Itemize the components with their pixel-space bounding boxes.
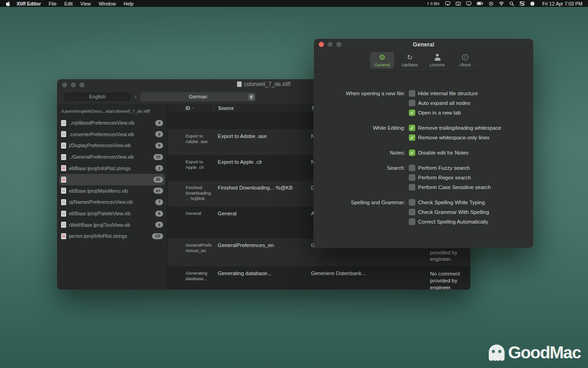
minimize-button[interactable]	[328, 42, 333, 47]
file-document-icon	[61, 177, 66, 183]
sidebar-file-label: oj/NamesPreferencesView.xib	[69, 199, 153, 205]
updown-arrows-icon: ▲▼	[427, 2, 429, 6]
checkbox-option[interactable]: Check Grammar With Spelling	[409, 208, 489, 216]
checkbox-option[interactable]: Perform Fuzzy search	[409, 164, 491, 172]
section-options: Disable edit for Notes	[409, 149, 469, 156]
checkbox-option[interactable]: Check Spelling While Typing	[409, 199, 489, 206]
checkbox[interactable]	[409, 100, 415, 106]
checkbox[interactable]	[409, 184, 415, 190]
menu-help[interactable]: Help	[124, 1, 134, 6]
prefs-tab-updates[interactable]: ↻ Updates	[398, 52, 422, 69]
menu-list: FileEditViewWindowHelp	[49, 1, 134, 6]
sidebar-file-item[interactable]: ell/Base.lproj/PaletteView.xib 6	[57, 208, 167, 219]
checkbox-option[interactable]: Correct Spelling Automatically	[409, 218, 489, 225]
search-icon[interactable]	[509, 1, 514, 6]
gear-icon: ⚙	[379, 53, 385, 61]
goodmac-watermark: GoodMac	[486, 343, 581, 362]
siri-icon[interactable]	[530, 1, 535, 6]
checkbox-label: Correct Spelling Automatically	[418, 219, 488, 224]
cell-id: General	[168, 207, 214, 238]
file-document-icon	[61, 131, 66, 137]
file-document-icon	[61, 199, 66, 205]
checkbox[interactable]	[409, 109, 415, 116]
info-icon: i	[462, 54, 468, 60]
checkbox-option[interactable]: Perform Regex search	[409, 174, 491, 181]
checkbox-option[interactable]: Open in a new tab	[409, 109, 478, 116]
count-badge: 10	[153, 154, 163, 160]
section-options: Hide internal file structure Auto expand…	[409, 90, 478, 116]
checkbox[interactable]	[409, 165, 415, 171]
wifi-icon[interactable]	[499, 1, 504, 6]
prefs-tab-license[interactable]: License	[425, 52, 449, 69]
file-document-icon	[61, 143, 66, 149]
checkbox-option[interactable]: Remove trailing/leading whitespace	[409, 124, 501, 132]
sidebar-file-item[interactable]: j/DisplayPreferencesView.xib 8	[57, 140, 167, 151]
apple-menu-icon[interactable]	[6, 1, 10, 6]
menu-edit[interactable]: Edit	[64, 1, 73, 6]
close-button[interactable]	[319, 42, 324, 47]
section-label: When opening a new file:	[314, 90, 409, 97]
control-center-extra-icon[interactable]	[489, 1, 493, 6]
sidebar-file-item[interactable]: oj/NamesPreferencesView.xib 7	[57, 196, 167, 208]
sidebar-file-label: ..roj/AboutPreferencesView.xib	[69, 120, 153, 126]
file-document-icon	[61, 188, 66, 194]
sidebar-file-item[interactable]: per/en.lproj/InfoPlist.strings 1/2	[57, 230, 167, 242]
checkbox[interactable]	[409, 90, 415, 97]
checkbox[interactable]	[409, 174, 415, 181]
checkbox-option[interactable]: Hide internal file structure	[409, 90, 478, 97]
checkbox[interactable]	[409, 218, 415, 225]
sidebar-file-label: .converterPreferencesView.xib	[69, 132, 153, 137]
menu-view[interactable]: View	[80, 1, 91, 6]
person-icon	[435, 54, 441, 61]
checkbox[interactable]	[409, 125, 415, 131]
sidebar-file-item[interactable]: ../GeneralPreferencesView.xib 10	[57, 151, 167, 163]
checkbox-option[interactable]: Disable edit for Notes	[409, 149, 469, 156]
cell-id: Finished Downloading... %@KB	[168, 181, 214, 207]
control-center-icon[interactable]	[520, 1, 525, 6]
sidebar-file-item[interactable]: 55	[59, 174, 165, 185]
checkbox[interactable]	[409, 199, 415, 206]
checkbox-option[interactable]: Perform Case Sensitive search	[409, 184, 491, 191]
target-language-select[interactable]: German	[141, 92, 255, 101]
checkbox[interactable]	[409, 150, 415, 156]
zoom-button[interactable]	[336, 42, 341, 47]
prefs-tab-general[interactable]: ⚙ General	[370, 52, 394, 69]
network-rate[interactable]: ▲▼ 0 B/s	[427, 1, 440, 6]
checkbox-option[interactable]: Remove whitespace-only lines	[409, 134, 501, 141]
menu-clock[interactable]: Fri 12 Apr 7:03 PM	[542, 1, 582, 6]
prefs-section: Search: Perform Fuzzy search Perform Reg…	[314, 164, 533, 191]
watermark-text: GoodMac	[508, 343, 581, 362]
tab-icon: i	[462, 53, 468, 61]
sidebar-file-item[interactable]: ell/Base.lproj/InfoPlist.strings 2	[57, 162, 167, 174]
checkbox-label: Remove whitespace-only lines	[418, 135, 489, 140]
file-list: ..roj/AboutPreferencesView.xib 4 .conver…	[57, 117, 167, 242]
battery-icon[interactable]	[477, 2, 483, 5]
sidebar-file-item[interactable]: ell/Base.lproj/MainMenu.xib 97	[57, 185, 167, 197]
checkbox[interactable]	[409, 134, 415, 141]
menu-file[interactable]: File	[49, 1, 57, 6]
stepper-icon[interactable]	[249, 94, 254, 100]
checkbox[interactable]	[409, 209, 415, 215]
app-menu[interactable]: Xliff Editor	[17, 1, 41, 6]
sidebar-file-item[interactable]: rWell/Base.lproj/ToolView.xib 6	[57, 219, 167, 230]
document-icon	[237, 81, 242, 87]
column-header-id[interactable]: ID ^	[168, 104, 214, 112]
checkbox-label: Disable edit for Notes	[418, 150, 469, 155]
checkbox-label: Perform Case Sensitive search	[418, 184, 491, 190]
screen-mirroring-icon[interactable]	[445, 1, 450, 6]
display-icon[interactable]	[466, 1, 471, 6]
keyboard-icon[interactable]	[456, 2, 461, 6]
sidebar-file-item[interactable]: .converterPreferencesView.xib 9	[57, 129, 167, 140]
column-header-source[interactable]: Source	[214, 104, 307, 112]
menu-window[interactable]: Window	[99, 1, 116, 6]
tab-label: License	[430, 62, 445, 67]
file-document-icon	[61, 222, 66, 228]
section-options: Check Spelling While Typing Check Gramma…	[409, 199, 489, 225]
sidebar-file-item[interactable]: ..roj/AboutPreferencesView.xib 4	[57, 117, 167, 129]
checkbox-label: Hide internal file structure	[418, 91, 478, 96]
table-row[interactable]: Generating database... Generating databa…	[168, 266, 470, 290]
checkbox-option[interactable]: Auto expand all nodes	[409, 99, 478, 107]
prefs-tab-about[interactable]: i About	[453, 52, 477, 69]
ghost-icon	[486, 344, 507, 362]
source-language-select[interactable]: English	[64, 92, 130, 101]
